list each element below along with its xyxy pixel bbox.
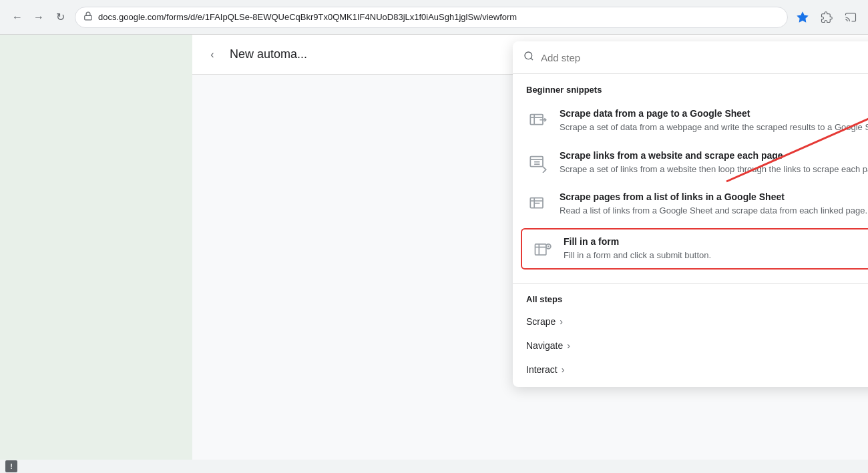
interact-chevron-icon: ›	[562, 364, 565, 375]
panel-body: Beginner snippets	[513, 74, 868, 387]
url-text: docs.google.com/forms/d/e/1FAIpQLSe-8EWQ…	[98, 12, 779, 22]
category-navigate-label: Navigate	[526, 340, 563, 351]
svg-line-4	[531, 58, 533, 60]
snippet-icon-2	[526, 151, 550, 175]
snippet-icon-4	[530, 238, 554, 262]
category-scrape-label: Scrape	[526, 316, 556, 327]
snippet-text-3: Scrape pages from a list of links in a G…	[560, 191, 868, 217]
navigate-chevron-icon: ›	[567, 340, 570, 351]
snippet-icon-3	[526, 193, 550, 217]
snippet-desc-1: Scrape a set of data from a webpage and …	[560, 121, 868, 134]
snippet-item-3[interactable]: Scrape pages from a list of links in a G…	[513, 183, 868, 225]
left-panel	[0, 35, 192, 473]
search-input[interactable]	[541, 52, 868, 63]
svg-marker-1	[798, 12, 808, 21]
svg-rect-17	[535, 244, 546, 254]
category-interact[interactable]: Interact ›	[513, 358, 868, 382]
snippet-title-3: Scrape pages from a list of links in a G…	[560, 191, 868, 202]
snippet-title-2: Scrape links from a website and scrape e…	[560, 150, 868, 161]
snippet-text-4: Fill in a form Fill in a form and click …	[564, 236, 868, 262]
snippet-item-1[interactable]: Scrape data from a page to a Google Shee…	[513, 100, 868, 142]
scrape-chevron-icon: ›	[560, 316, 563, 327]
all-steps-label: All steps	[513, 289, 868, 310]
snippet-desc-2: Scrape a set of links from a website the…	[560, 163, 868, 176]
svg-rect-0	[85, 15, 92, 19]
snippet-icon-1	[526, 109, 550, 133]
snippet-desc-3: Read a list of links from a Google Sheet…	[560, 204, 868, 217]
back-button[interactable]: ←	[8, 8, 27, 27]
snippet-desc-4: Fill in a form and click a submit button…	[564, 249, 868, 262]
extension-button[interactable]	[817, 8, 836, 27]
error-icon: !	[5, 460, 17, 472]
search-icon	[523, 51, 534, 64]
snippet-item-4[interactable]: Fill in a form Fill in a form and click …	[521, 228, 868, 270]
divider	[513, 283, 868, 284]
bookmark-button[interactable]	[793, 8, 812, 27]
svg-point-3	[525, 52, 532, 59]
dropdown-panel: Beginner snippets	[513, 41, 868, 387]
page-content: ‹ New automa... Save ⋮	[0, 35, 868, 473]
main-content: ‹ New automa... Save ⋮	[192, 35, 868, 473]
secure-icon	[83, 11, 93, 23]
nav-buttons: ← → ↻	[8, 8, 69, 27]
snippet-text-2: Scrape links from a website and scrape e…	[560, 150, 868, 176]
app-back-button[interactable]: ‹	[203, 45, 222, 64]
all-steps-section: All steps Scrape › Navigate › Interact ›	[513, 272, 868, 387]
snippet-title-1: Scrape data from a page to a Google Shee…	[560, 108, 868, 119]
category-scrape[interactable]: Scrape ›	[513, 310, 868, 334]
address-bar[interactable]: docs.google.com/forms/d/e/1FAIpQLSe-8EWQ…	[75, 7, 788, 28]
reload-button[interactable]: ↻	[51, 8, 69, 27]
browser-frame: ← → ↻ docs.google.com/forms/d/e/1FAIpQLS…	[0, 0, 868, 473]
snippet-item-2[interactable]: Scrape links from a website and scrape e…	[513, 142, 868, 184]
toolbar-right	[793, 8, 860, 27]
forward-button[interactable]: →	[29, 8, 48, 27]
beginner-snippets-label: Beginner snippets	[513, 74, 868, 100]
snippet-title-4: Fill in a form	[564, 236, 868, 247]
snippet-text-1: Scrape data from a page to a Google Shee…	[560, 108, 868, 134]
bottom-bar: !	[0, 460, 868, 473]
search-bar	[513, 41, 868, 74]
browser-toolbar: ← → ↻ docs.google.com/forms/d/e/1FAIpQLS…	[0, 0, 868, 35]
cast-button[interactable]	[841, 8, 860, 27]
category-interact-label: Interact	[526, 364, 558, 375]
category-navigate[interactable]: Navigate ›	[513, 334, 868, 358]
